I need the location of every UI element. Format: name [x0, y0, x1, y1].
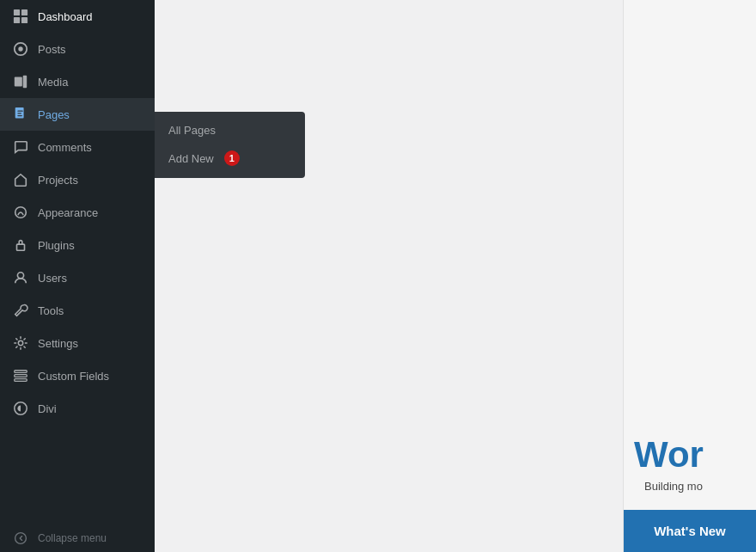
svg-rect-9 — [17, 111, 22, 112]
appearance-icon — [12, 204, 29, 221]
dashboard-icon — [12, 8, 29, 25]
submenu-add-new[interactable]: Add New 1 — [155, 144, 305, 173]
sidebar-item-media[interactable]: Media — [0, 65, 155, 98]
svg-rect-13 — [17, 244, 25, 250]
sidebar-item-divi[interactable]: Divi — [0, 392, 155, 425]
svg-rect-0 — [14, 9, 20, 15]
posts-icon — [12, 40, 29, 58]
sidebar-item-appearance[interactable]: Appearance — [0, 196, 155, 229]
sidebar-item-label: Posts — [38, 43, 144, 56]
sidebar-item-settings[interactable]: Settings — [0, 327, 155, 359]
sidebar-item-comments[interactable]: Comments — [0, 131, 155, 163]
sidebar-item-plugins[interactable]: Plugins — [0, 229, 155, 261]
tools-icon — [12, 302, 29, 319]
collapse-menu-button[interactable]: Collapse menu — [0, 524, 155, 552]
svg-rect-18 — [15, 379, 27, 382]
users-icon — [12, 269, 29, 286]
pages-icon — [12, 106, 29, 123]
sidebar-item-label: Comments — [38, 141, 144, 154]
svg-point-5 — [18, 46, 22, 51]
svg-rect-10 — [17, 113, 21, 113]
pages-submenu: All Pages Add New 1 — [155, 112, 305, 178]
svg-rect-1 — [21, 9, 27, 15]
divi-icon — [12, 400, 29, 417]
custom-fields-icon — [12, 367, 29, 384]
settings-icon — [12, 334, 29, 352]
sidebar-item-label: Projects — [38, 174, 144, 187]
add-new-badge: 1 — [224, 150, 240, 166]
svg-rect-11 — [17, 115, 21, 116]
right-panel-title: Wor — [634, 437, 713, 473]
collapse-icon — [12, 530, 29, 547]
svg-rect-17 — [15, 375, 27, 377]
right-panel-top: Wor Building mo — [624, 0, 756, 510]
sidebar-item-label: Pages — [38, 108, 144, 121]
all-pages-label: All Pages — [168, 124, 216, 137]
sidebar-item-projects[interactable]: Projects — [0, 163, 155, 196]
submenu-all-pages[interactable]: All Pages — [155, 117, 305, 144]
media-icon — [12, 73, 29, 90]
svg-rect-3 — [21, 17, 27, 23]
svg-rect-16 — [15, 371, 27, 373]
whats-new-button[interactable]: What's New — [624, 510, 756, 552]
svg-point-15 — [18, 340, 22, 345]
sidebar-item-label: Settings — [38, 337, 144, 350]
svg-rect-7 — [23, 76, 27, 88]
sidebar-item-label: Users — [38, 272, 144, 285]
sidebar: Dashboard Posts Media — [0, 0, 155, 552]
sidebar-item-custom-fields[interactable]: Custom Fields — [0, 359, 155, 392]
sidebar-item-tools[interactable]: Tools — [0, 294, 155, 327]
sidebar-item-label: Media — [38, 76, 144, 89]
right-panel: Wor Building mo What's New — [623, 0, 756, 552]
sidebar-item-label: Appearance — [38, 206, 144, 219]
svg-rect-6 — [15, 77, 22, 87]
sidebar-item-label: Dashboard — [38, 10, 144, 23]
sidebar-item-pages[interactable]: Pages — [0, 98, 155, 131]
svg-point-14 — [17, 273, 23, 279]
right-panel-subtitle: Building mo — [634, 473, 713, 500]
add-new-label: Add New — [168, 152, 214, 165]
sidebar-item-posts[interactable]: Posts — [0, 33, 155, 65]
svg-rect-2 — [14, 17, 20, 23]
plugins-icon — [12, 236, 29, 254]
sidebar-item-label: Plugins — [38, 239, 144, 252]
sidebar-item-users[interactable]: Users — [0, 261, 155, 294]
svg-rect-8 — [15, 107, 24, 119]
sidebar-item-label: Tools — [38, 304, 144, 317]
sidebar-item-dashboard[interactable]: Dashboard — [0, 0, 155, 33]
collapse-menu-label: Collapse menu — [38, 532, 144, 544]
projects-icon — [12, 171, 29, 188]
sidebar-item-label: Custom Fields — [38, 370, 144, 383]
sidebar-item-label: Divi — [38, 402, 144, 415]
comments-icon — [12, 138, 29, 156]
